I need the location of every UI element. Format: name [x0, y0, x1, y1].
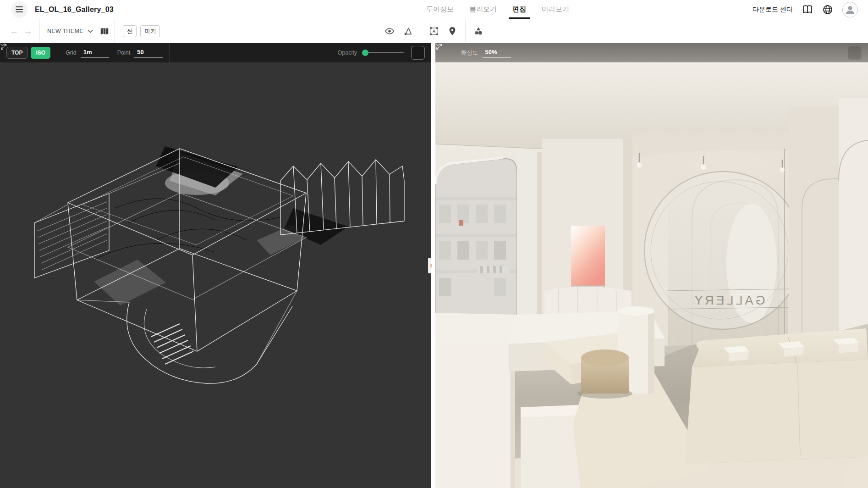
theme-dropdown[interactable]: NEW THEME	[44, 28, 96, 34]
wireframe-viewport-toolbar: TOP ISO Grid 1m Point 50	[0, 43, 431, 62]
gallery-sign-text: GALLERY	[692, 294, 765, 307]
grid-size-value: 1m	[83, 49, 92, 55]
wall-artwork	[571, 226, 605, 286]
cone-icon	[403, 26, 413, 36]
shapes-icon	[473, 26, 483, 36]
marker-panel-button[interactable]: 마커	[140, 25, 160, 37]
point-label: Point	[117, 50, 131, 56]
scene-panel-button[interactable]: 씬	[123, 25, 137, 37]
theme-dropdown-value: NEW THEME	[47, 28, 83, 34]
divider	[114, 19, 115, 43]
view-top-button[interactable]: TOP	[6, 47, 27, 59]
split-grip[interactable]: ‖	[428, 258, 434, 273]
book-icon	[802, 4, 813, 15]
render-fullscreen-button[interactable]	[848, 46, 862, 60]
app-header: EL_OL_16_Gallery_03 투어정보 불러오기 편집 미리보기 다운…	[0, 0, 868, 19]
user-icon	[844, 4, 856, 16]
render-canvas[interactable]: GALLERY	[435, 43, 868, 488]
tab-load[interactable]: 불러오기	[468, 0, 498, 19]
undo-back-button[interactable]: ←	[7, 26, 21, 36]
header-tabs: 투어정보 불러오기 편집 미리보기	[425, 0, 570, 19]
guide-book-button[interactable]	[802, 4, 813, 15]
chevron-down-icon	[88, 29, 93, 33]
marker-pin-icon	[447, 26, 457, 36]
grid-label: Grid	[66, 50, 77, 56]
object-shapes-tool-button[interactable]	[469, 19, 488, 43]
point-size-dropdown[interactable]: 50	[134, 48, 163, 58]
wireframe-canvas[interactable]	[0, 43, 431, 488]
opacity-slider[interactable]	[365, 50, 404, 56]
divider	[169, 43, 170, 62]
minimap-button[interactable]	[99, 26, 110, 36]
grid-size-dropdown[interactable]: 1m	[81, 48, 109, 58]
edit-toolbar: ← → NEW THEME 씬 마커	[0, 19, 868, 43]
fullscreen-icon	[0, 43, 7, 50]
language-button[interactable]	[822, 4, 833, 15]
divider	[39, 19, 40, 43]
label-tool-button[interactable]: A	[425, 19, 443, 43]
resolution-label: 해상도	[461, 49, 478, 57]
editor-split-view: TOP ISO Grid 1m Point 50	[0, 43, 868, 488]
opacity-label: Opacity	[338, 50, 357, 56]
eye-icon	[385, 26, 395, 36]
point-size-value: 50	[137, 49, 143, 55]
render-viewport[interactable]: GALLERY	[435, 43, 868, 488]
view-cone-tool-button[interactable]	[399, 19, 417, 43]
model-dense-lines	[96, 199, 280, 259]
marker-tool-button[interactable]	[443, 19, 461, 43]
divider	[421, 19, 421, 43]
download-center-link[interactable]: 다운로드 센터	[753, 6, 793, 14]
opacity-slider-thumb[interactable]	[362, 50, 368, 56]
divider	[465, 19, 466, 43]
fullscreen-icon	[435, 43, 443, 50]
resolution-value: 50%	[485, 49, 497, 55]
hamburger-icon	[16, 6, 23, 7]
app-window: EL_OL_16_Gallery_03 투어정보 불러오기 편집 미리보기 다운…	[0, 0, 868, 488]
render-viewport-toolbar: 해상도 50%	[435, 43, 868, 62]
account-avatar[interactable]	[842, 2, 858, 17]
redo-forward-button[interactable]: →	[21, 26, 35, 36]
wireframe-fullscreen-button[interactable]	[411, 46, 425, 60]
divider	[57, 43, 57, 62]
map-icon	[99, 26, 110, 36]
visibility-tool-button[interactable]	[380, 19, 399, 43]
svg-text:A: A	[433, 29, 436, 33]
opacity-slider-track[interactable]	[365, 52, 404, 54]
hamburger-menu-button[interactable]	[11, 1, 27, 18]
view-iso-button[interactable]: ISO	[31, 47, 50, 59]
wireframe-viewport[interactable]: TOP ISO Grid 1m Point 50	[0, 43, 431, 488]
label-frame-icon: A	[429, 26, 439, 36]
gallery-render: GALLERY	[435, 43, 868, 488]
tab-tour-info[interactable]: 투어정보	[425, 0, 455, 19]
project-title: EL_OL_16_Gallery_03	[35, 6, 114, 14]
globe-icon	[822, 4, 833, 15]
tab-preview[interactable]: 미리보기	[541, 0, 570, 19]
resolution-dropdown[interactable]: 50%	[483, 48, 511, 58]
split-resize-handle[interactable]: ‖	[431, 43, 435, 488]
tab-edit[interactable]: 편집	[511, 0, 527, 19]
